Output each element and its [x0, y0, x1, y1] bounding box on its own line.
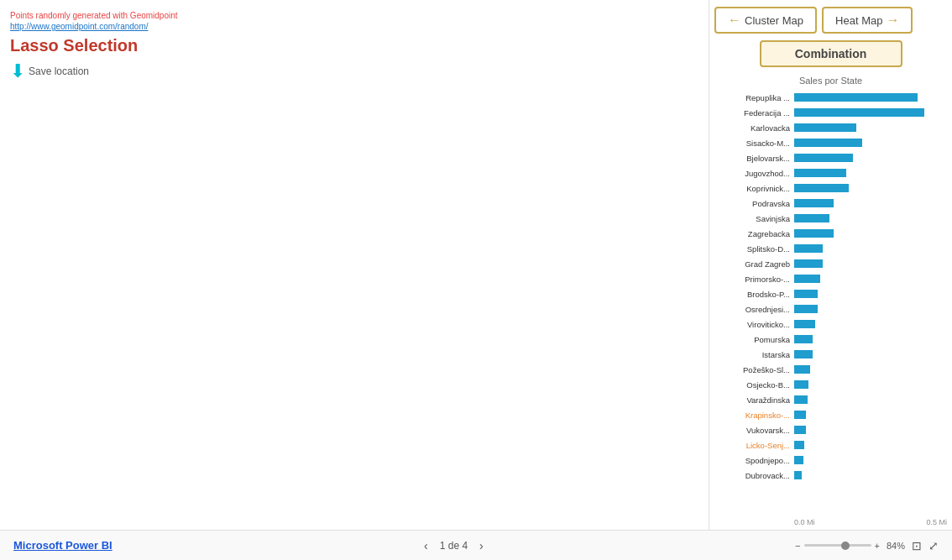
bar-container: [794, 350, 944, 359]
zoom-percent: 84%: [887, 541, 905, 551]
bar-fill: [794, 350, 813, 359]
bar-container: [794, 320, 944, 328]
table-row: Viroviticko...: [714, 317, 944, 331]
table-row: Krapinsko-...: [714, 408, 944, 421]
bar-container: [794, 139, 944, 147]
table-row: Brodsko-P...: [714, 287, 944, 301]
table-row: Osrednjesi...: [714, 302, 944, 316]
lasso-selection-label: Lasso Selection: [10, 36, 698, 55]
bar-label: Federacija ...: [714, 108, 794, 118]
cluster-map-button[interactable]: ← Cluster Map: [714, 7, 817, 34]
bar-label: Bjelovarsk...: [714, 154, 794, 163]
table-row: Požeško-Sl...: [714, 363, 944, 376]
bar-label: Požeško-Sl...: [714, 365, 794, 374]
bar-fill: [794, 365, 810, 374]
bar-label: Licko-Senj...: [714, 441, 794, 450]
fullscreen-icon[interactable]: ⤢: [928, 539, 939, 552]
zoom-slider[interactable]: [804, 544, 871, 547]
bar-fill: [794, 214, 829, 222]
bar-container: [794, 365, 944, 374]
bar-fill: [794, 199, 834, 207]
table-row: Varaždinska: [714, 393, 944, 406]
bar-container: [794, 441, 944, 449]
powerbi-link[interactable]: Microsoft Power BI: [13, 539, 112, 552]
bar-label: Varaždinska: [714, 395, 794, 405]
table-row: Koprivnick...: [714, 181, 944, 195]
left-arrow-icon: ←: [728, 13, 741, 28]
bottom-right: − + 84% ⊡ ⤢: [795, 539, 939, 552]
bar-fill: [794, 290, 818, 298]
zoom-minus-icon[interactable]: −: [795, 541, 800, 551]
table-row: Dubrovack...: [714, 468, 944, 482]
bar-label: Pomurska: [714, 335, 794, 344]
bar-container: [794, 244, 944, 253]
next-page-button[interactable]: ›: [476, 537, 487, 554]
bar-fill: [794, 411, 806, 419]
prev-page-button[interactable]: ‹: [421, 537, 432, 554]
bar-container: [794, 108, 944, 117]
bar-container: [794, 214, 944, 222]
bar-fill: [794, 93, 918, 102]
combination-button[interactable]: Combination: [760, 40, 902, 67]
bar-label: Karlovacka: [714, 123, 794, 133]
table-row: Spodnjepo...: [714, 453, 944, 467]
bar-fill: [794, 426, 806, 434]
bar-label: Zagrebacka: [714, 229, 794, 238]
bottom-center: ‹ 1 de 4 ›: [421, 537, 487, 554]
bar-fill: [794, 471, 802, 479]
bottom-bar: Microsoft Power BI ‹ 1 de 4 › − + 84% ⊡ …: [0, 530, 952, 560]
table-row: Savinjska: [714, 212, 944, 225]
bar-label: Istarska: [714, 350, 794, 359]
bar-fill: [794, 169, 846, 177]
bar-label: Sisacko-M...: [714, 139, 794, 148]
bar-fill: [794, 244, 823, 253]
bar-fill: [794, 154, 853, 162]
chart-axis: 0.0 Mi 0.5 Mi: [714, 518, 947, 526]
save-location-text: Save location: [29, 65, 89, 77]
bar-label: Spodnjepo...: [714, 456, 794, 465]
table-row: Splitsko-D...: [714, 242, 944, 255]
bar-container: [794, 471, 944, 479]
right-arrow-icon: →: [886, 13, 899, 28]
heat-map-button[interactable]: Heat Map →: [822, 7, 913, 34]
credit-text: Points randomly generated with Geomidpoi…: [10, 11, 178, 20]
bar-label: Grad Zagreb: [714, 259, 794, 269]
bar-label: Splitsko-D...: [714, 244, 794, 254]
bar-fill: [794, 380, 808, 389]
bar-container: [794, 184, 944, 192]
zoom-bar: − +: [795, 541, 880, 551]
table-row: Primorsko-...: [714, 272, 944, 285]
bar-label: Vukovarsk...: [714, 426, 794, 435]
chart-title: Sales por State: [714, 76, 947, 86]
bar-container: [794, 380, 944, 389]
zoom-plus-icon[interactable]: +: [875, 541, 880, 551]
bar-container: [794, 411, 944, 419]
bar-label: Dubrovack...: [714, 471, 794, 480]
axis-min: 0.0 Mi: [794, 518, 815, 526]
table-row: Licko-Senj...: [714, 438, 944, 452]
bar-fill: [794, 259, 823, 268]
table-row: Sisacko-M...: [714, 136, 944, 149]
bar-fill: [794, 320, 815, 328]
credit-link[interactable]: http://www.geomidpoint.com/random/: [10, 22, 698, 31]
bar-fill: [794, 108, 924, 117]
bar-container: [794, 154, 944, 162]
bar-label: Repuplika ...: [714, 93, 794, 102]
bar-fill: [794, 229, 834, 238]
table-row: Podravska: [714, 196, 944, 210]
bar-container: [794, 199, 944, 207]
bar-fill: [794, 123, 856, 132]
bar-container: [794, 93, 944, 102]
bar-fill: [794, 441, 804, 449]
left-panel: Points randomly generated with Geomidpoi…: [0, 0, 709, 530]
bar-label: Primorsko-...: [714, 275, 794, 284]
fit-to-page-icon[interactable]: ⊡: [912, 539, 922, 552]
table-row: Repuplika ...: [714, 91, 944, 104]
axis-max: 0.5 Mi: [926, 518, 947, 526]
bar-chart: Repuplika ...Federacija ...KarlovackaSis…: [714, 91, 947, 515]
bar-container: [794, 290, 944, 298]
bar-fill: [794, 139, 862, 147]
table-row: Grad Zagreb: [714, 257, 944, 270]
table-row: Jugovzhod...: [714, 166, 944, 180]
bar-container: [794, 169, 944, 177]
